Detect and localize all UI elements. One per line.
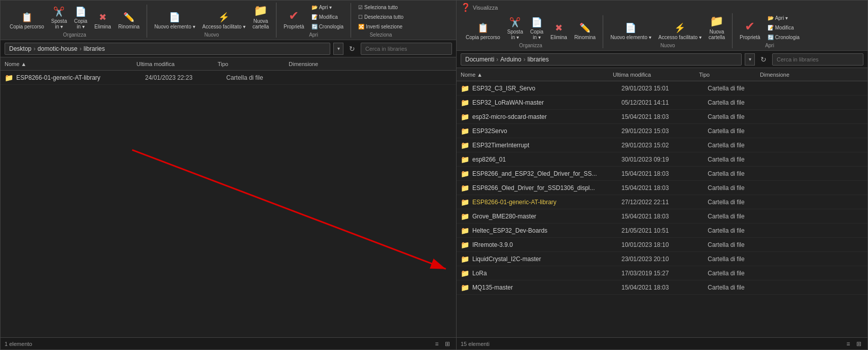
copia-in-btn[interactable]: 📄 Copiain ▾ <box>71 5 90 31</box>
file-date: 29/01/2023 15:02 <box>621 142 708 149</box>
right-modifica-btn[interactable]: 📝 Modifica <box>765 23 803 32</box>
apri-icon: 📂 <box>311 5 318 10</box>
left-search-input[interactable] <box>361 43 452 55</box>
folder-icon: 📁 <box>461 141 469 149</box>
sposta-in-btn[interactable]: ✂️ Spostain ▾ <box>48 5 70 31</box>
right-file-row-7[interactable]: 📁 ESP8266_Oled_Driver_for_SSD1306_displ.… <box>457 181 867 195</box>
seleziona-tutto-btn[interactable]: ☑ Seleziona tutto <box>355 3 406 12</box>
left-refresh-btn[interactable]: ↻ <box>346 43 358 54</box>
file-name: ESP8266_Oled_Driver_for_SSD1306_displ... <box>472 184 621 192</box>
right-file-row-9[interactable]: 📁 Grove_BME280-master 15/04/2021 18:03 C… <box>457 209 867 224</box>
file-type: Cartella di file <box>708 142 769 149</box>
file-date: 29/01/2023 15:03 <box>621 128 708 135</box>
right-file-row-11[interactable]: 📁 IRremote-3.9.0 10/01/2023 18:10 Cartel… <box>457 238 867 252</box>
left-file-list: 📁 ESP8266-01-generic-AT-library 24/01/20… <box>1 71 456 337</box>
folder-icon: 📁 <box>461 241 469 249</box>
rinomina-icon: ✏️ <box>123 12 134 23</box>
col-header-date[interactable]: Ultima modifica <box>136 61 218 67</box>
right-nuovo-elemento-btn[interactable]: 📄 Nuovo elemento ▾ <box>607 21 654 42</box>
right-status-bar: 15 elementi ≡ ⊞ <box>457 337 867 349</box>
apri-btn[interactable]: 📂 Apri ▾ <box>308 3 346 12</box>
left-file-row-0[interactable]: 📁 ESP8266-01-generic-AT-library 24/01/20… <box>1 71 456 85</box>
col-header-size[interactable]: Dimensione <box>289 61 339 67</box>
file-type: Cartella di file <box>708 85 769 92</box>
proprieta-btn[interactable]: ✔ Proprietà <box>281 7 307 31</box>
cronologia-btn[interactable]: 🔄 Cronologia <box>308 22 346 31</box>
nuova-cartella-icon: 📁 <box>254 4 267 17</box>
file-type: Cartella di file <box>708 170 769 177</box>
right-file-row-10[interactable]: 📁 Heltec_ESP32_Dev-Boards 21/05/2021 10:… <box>457 224 867 238</box>
modifica-icon: 📝 <box>311 14 318 20</box>
right-search-input[interactable] <box>772 53 863 66</box>
copia-percorso-icon: 📋 <box>21 12 32 23</box>
file-type: Cartella di file <box>708 199 769 206</box>
right-breadcrumb[interactable]: Documenti › Arduino › libraries <box>461 53 742 66</box>
visualizza-label: Visualizza <box>473 5 498 11</box>
right-file-row-3[interactable]: 📁 ESP32Servo 29/01/2023 15:03 Cartella d… <box>457 124 867 138</box>
right-file-row-6[interactable]: 📁 ESP8266_and_ESP32_Oled_Driver_for_SS..… <box>457 167 867 181</box>
right-file-row-13[interactable]: 📁 LoRa 17/03/2019 15:27 Cartella di file <box>457 266 867 280</box>
right-elimina-btn[interactable]: ✖ Elimina <box>547 21 570 42</box>
right-refresh-btn[interactable]: ↻ <box>758 54 769 65</box>
right-col-header-size[interactable]: Dimensione <box>760 72 811 78</box>
left-address-dropdown[interactable]: ▾ <box>333 43 343 55</box>
file-name: IRremote-3.9.0 <box>472 241 621 248</box>
right-accesso-btn[interactable]: ⚡ Accesso facilitato ▾ <box>655 21 705 42</box>
left-breadcrumb[interactable]: Desktop › domotic-house › libraries <box>5 43 330 55</box>
help-icon: ❓ <box>461 3 471 12</box>
right-copia-in-icon: 📄 <box>531 17 542 28</box>
right-file-row-1[interactable]: 📁 ESP32_LoRaWAN-master 05/12/2021 14:11 … <box>457 96 867 110</box>
right-col-header-name[interactable]: Nome ▲ <box>461 72 613 78</box>
left-address-bar: Desktop › domotic-house › libraries ▾ ↻ <box>1 40 456 57</box>
right-file-row-4[interactable]: 📁 ESP32TimerInterrupt 29/01/2023 15:02 C… <box>457 138 867 152</box>
right-file-row-5[interactable]: 📁 esp8266_01 30/01/2023 09:19 Cartella d… <box>457 152 867 167</box>
copia-percorso-btn[interactable]: 📋 Copia percorso <box>7 10 47 31</box>
right-proprieta-btn[interactable]: ✔ Proprietà <box>737 18 763 42</box>
right-cronologia-icon: 🔄 <box>768 35 774 40</box>
file-date: 15/04/2021 18:03 <box>621 113 708 120</box>
file-name: ESP8266-01-generic-AT-library <box>472 199 621 206</box>
right-copia-in-btn[interactable]: 📄 Copiain ▾ <box>527 15 546 42</box>
right-view-large-btn[interactable]: ⊞ <box>854 339 863 348</box>
file-type: Cartella di file <box>708 128 769 135</box>
col-header-type[interactable]: Tipo <box>218 61 289 67</box>
right-file-row-0[interactable]: 📁 ESP32_C3_ISR_Servo 29/01/2023 15:01 Ca… <box>457 81 867 96</box>
right-address-dropdown[interactable]: ▾ <box>745 53 755 66</box>
left-ribbon: 📋 Copia percorso ✂️ Spostain ▾ 📄 Copiain… <box>1 1 456 40</box>
folder-icon: 📁 <box>461 99 469 107</box>
right-sposta-btn[interactable]: ✂️ Spostain ▾ <box>504 15 526 42</box>
accesso-facilitato-btn[interactable]: ⚡ Accesso facilitato ▾ <box>199 10 249 31</box>
col-header-name[interactable]: Nome ▲ <box>5 61 136 67</box>
right-file-row-8[interactable]: 📁 ESP8266-01-generic-AT-library 27/12/20… <box>457 195 867 209</box>
right-modifica-icon: 📝 <box>768 25 774 30</box>
right-col-header-type[interactable]: Tipo <box>699 72 760 78</box>
right-rinomina-btn[interactable]: ✏️ Rinomina <box>571 21 599 42</box>
right-status-text: 15 elementi <box>461 341 490 347</box>
deseleziona-tutto-btn[interactable]: ☐ Deseleziona tutto <box>355 13 406 21</box>
modifica-btn[interactable]: 📝 Modifica <box>308 13 346 21</box>
left-view-details-btn[interactable]: ≡ <box>432 339 441 348</box>
left-view-large-btn[interactable]: ⊞ <box>443 339 452 348</box>
inverti-selezione-btn[interactable]: 🔀 Inverti selezione <box>355 22 406 31</box>
rinomina-btn[interactable]: ✏️ Rinomina <box>115 10 143 31</box>
right-file-row-2[interactable]: 📁 esp32-micro-sdcard-master 15/04/2021 1… <box>457 110 867 124</box>
right-cronologia-btn[interactable]: 🔄 Cronologia <box>765 33 803 42</box>
file-name: ESP8266-01-generic-AT-library <box>16 74 145 81</box>
right-nuova-cartella-btn[interactable]: 📁 Nuovacartella <box>706 13 728 42</box>
elimina-icon: ✖ <box>99 12 107 23</box>
elimina-btn[interactable]: ✖ Elimina <box>91 10 114 31</box>
right-elimina-icon: ✖ <box>555 22 563 34</box>
nuova-cartella-btn[interactable]: 📁 Nuovacartella <box>250 3 272 31</box>
right-view-icons: ≡ ⊞ <box>844 339 863 348</box>
nuovo-elemento-btn[interactable]: 📄 Nuovo elemento ▾ <box>151 10 198 31</box>
right-col-header-date[interactable]: Ultima modifica <box>613 72 699 78</box>
right-apri-btn[interactable]: 📂 Apri ▾ <box>765 14 803 22</box>
right-view-details-btn[interactable]: ≡ <box>844 339 853 348</box>
right-file-row-14[interactable]: 📁 MQ135-master 15/04/2021 18:03 Cartella… <box>457 280 867 295</box>
right-file-row-12[interactable]: 📁 LiquidCrystal_I2C-master 23/01/2023 20… <box>457 252 867 266</box>
right-col-headers: Nome ▲ Ultima modifica Tipo Dimensione <box>457 68 867 81</box>
right-copia-percorso-btn[interactable]: 📋 Copia percorso <box>463 21 503 42</box>
sposta-icon: ✂️ <box>53 6 64 17</box>
seleziona-icon: ☑ <box>358 5 363 10</box>
file-date: 30/01/2023 09:19 <box>621 156 708 163</box>
